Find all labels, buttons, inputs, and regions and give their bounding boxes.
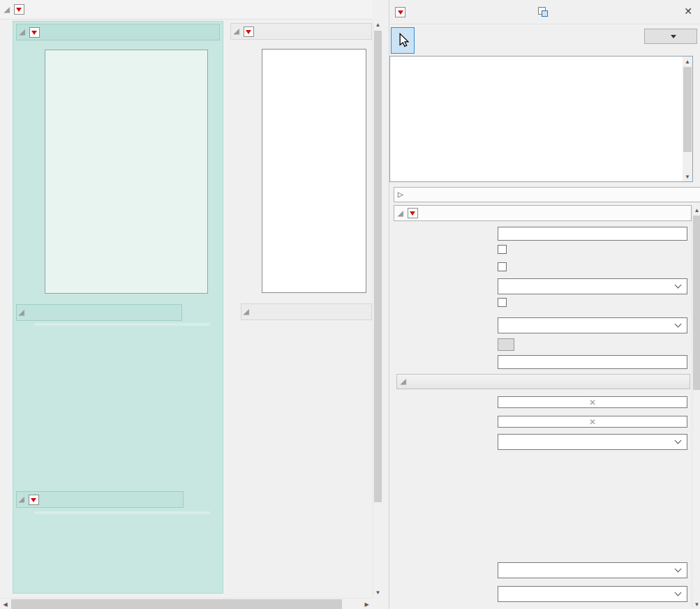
chevron-down-icon	[675, 566, 682, 573]
outline-open-icon[interactable]: ◢	[401, 378, 406, 385]
outline-open-icon[interactable]: ◢	[20, 29, 25, 36]
red-triangle-icon	[410, 211, 415, 216]
outline-open-icon[interactable]: ◢	[4, 6, 10, 13]
quantiles-table	[34, 323, 210, 326]
display-tree[interactable]: ▲ ▼	[389, 56, 693, 182]
base-font-select[interactable]	[498, 317, 687, 333]
border-controls	[498, 490, 687, 521]
properties-panel: ✕ ▲ ▼ ▷ ◢	[389, 0, 700, 609]
scroll-left-icon[interactable]: ◀	[0, 599, 10, 609]
scroll-down-icon[interactable]: ▼	[373, 587, 382, 598]
scroll-up-icon[interactable]: ▲	[692, 205, 700, 215]
age-histogram-plot[interactable]	[262, 49, 366, 293]
red-triangle-icon	[31, 498, 36, 502]
distributions-window: ◢ ◢ ◢ ◢ ◢	[0, 0, 382, 609]
scroll-up-icon[interactable]: ▲	[373, 20, 382, 30]
scrollbar-thumb[interactable]	[11, 599, 342, 609]
vertical-alignment-select[interactable]	[498, 562, 687, 578]
edit-section-header[interactable]: ◢	[396, 374, 690, 389]
padding-controls	[498, 456, 687, 487]
scrollbar-thumb[interactable]	[374, 31, 382, 502]
frequencies-header[interactable]: ◢	[241, 303, 372, 320]
outline-open-icon[interactable]: ◢	[19, 309, 24, 316]
select-button[interactable]	[644, 29, 697, 44]
properties-scrollbar[interactable]: ▲ ▼	[692, 205, 700, 609]
font-scale-input[interactable]	[498, 355, 687, 369]
age-outline-header[interactable]: ◢	[230, 23, 372, 40]
text-color-well[interactable]	[498, 416, 687, 428]
levels-count	[246, 458, 372, 473]
background-color-well[interactable]	[498, 396, 687, 408]
red-triangle-menu[interactable]	[29, 27, 40, 38]
expand-icon[interactable]: ▷	[398, 191, 403, 198]
height-histogram[interactable]	[45, 50, 207, 293]
outline-open-icon[interactable]: ◢	[244, 308, 249, 315]
height-report-panel[interactable]: ◢ ◢ ◢	[13, 21, 223, 594]
red-triangle-menu[interactable]	[395, 7, 405, 17]
age-histogram[interactable]	[262, 50, 366, 292]
chevron-down-icon	[675, 437, 682, 444]
red-triangle-menu[interactable]	[408, 208, 418, 218]
left-vertical-scrollbar[interactable]: ▲ ▼	[373, 20, 382, 598]
scrollbar-thumb[interactable]	[683, 67, 692, 152]
red-triangle-icon	[398, 10, 403, 15]
outline-box-section-header[interactable]: ◢	[394, 205, 692, 221]
properties-icon	[537, 6, 549, 17]
outline-open-icon[interactable]: ◢	[398, 210, 403, 217]
summary-statistics-header[interactable]: ◢	[16, 491, 184, 508]
height-outline-header[interactable]: ◢	[16, 24, 220, 40]
red-triangle-icon	[31, 31, 37, 35]
outline-open-icon[interactable]: ◢	[19, 496, 24, 503]
font-picker-button[interactable]	[498, 338, 514, 351]
box-path-section-header[interactable]: ▷	[394, 187, 700, 202]
left-horizontal-scrollbar[interactable]: ◀ ▶	[0, 598, 372, 609]
title-input[interactable]	[498, 227, 687, 241]
red-triangle-menu[interactable]	[244, 27, 254, 37]
scroll-right-icon[interactable]: ▶	[362, 599, 372, 609]
chevron-down-icon	[675, 321, 682, 328]
close-icon[interactable]: ✕	[684, 6, 692, 17]
outline-open-icon[interactable]: ◢	[234, 28, 239, 35]
chevron-down-icon	[675, 589, 682, 596]
horizontal-checkbox[interactable]	[498, 245, 507, 254]
cursor-arrow-icon	[396, 33, 409, 48]
red-triangle-icon	[246, 30, 251, 34]
chevron-down-icon	[675, 282, 682, 289]
properties-titlebar: ✕	[389, 0, 700, 24]
open-checkbox[interactable]	[498, 262, 507, 271]
tree-scrollbar[interactable]: ▲ ▼	[683, 57, 692, 181]
red-triangle-icon	[16, 8, 22, 12]
scroll-up-icon[interactable]: ▲	[683, 57, 692, 66]
scroll-down-icon[interactable]: ▼	[692, 599, 700, 609]
n-missing-row	[246, 444, 372, 458]
close-orientation-select[interactable]	[498, 278, 687, 294]
allow-title-wrapping-checkbox[interactable]	[498, 298, 507, 307]
select-cursor-button[interactable]	[391, 27, 415, 54]
visibility-select[interactable]	[498, 434, 687, 450]
red-triangle-menu[interactable]	[29, 495, 39, 505]
distributions-header[interactable]: ◢	[0, 0, 372, 20]
scrollbar-thumb[interactable]	[693, 216, 700, 390]
red-triangle-menu[interactable]	[14, 4, 24, 15]
age-report-panel[interactable]: ◢ ◢	[230, 21, 372, 594]
horizontal-alignment-select[interactable]	[498, 586, 687, 602]
margin-controls	[498, 525, 687, 555]
summary-statistics-table	[34, 511, 210, 514]
dropdown-arrow-icon	[671, 35, 676, 38]
scroll-down-icon[interactable]: ▼	[683, 172, 692, 181]
height-histogram-plot[interactable]	[45, 50, 208, 294]
quantiles-header[interactable]: ◢	[16, 304, 182, 321]
